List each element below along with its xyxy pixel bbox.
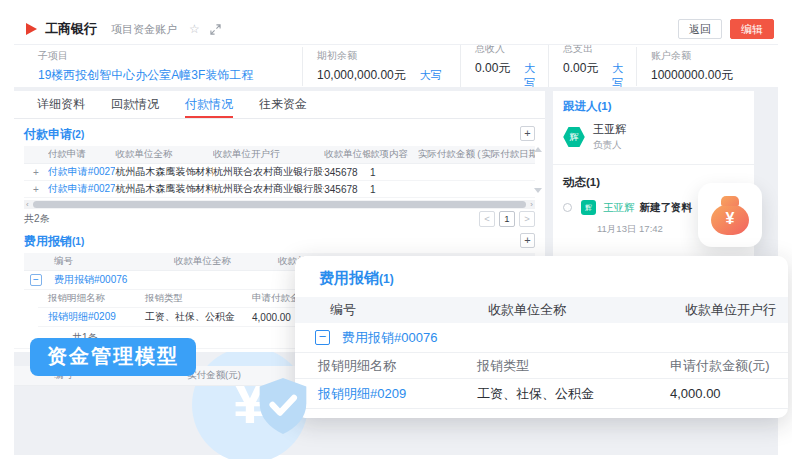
next-page-button[interactable]: > bbox=[519, 211, 535, 227]
add-payment-button[interactable]: + bbox=[520, 126, 535, 141]
scroll-left-icon[interactable]: ‹ bbox=[26, 200, 29, 209]
table-row: + 付款申请#00272 杭州晶木森鹰装饰材料有限公司 杭州联合农村商业银行股份… bbox=[24, 181, 535, 198]
followers-count: (1) bbox=[598, 100, 612, 112]
cell-account: 345678 bbox=[324, 167, 370, 178]
cell-company: 杭州晶木森鹰装饰材料有限公司 bbox=[115, 165, 212, 179]
expand-row-icon[interactable]: + bbox=[24, 167, 48, 178]
field-label: 总支出 bbox=[563, 45, 622, 56]
cell-type: 工资、社保、公积金 bbox=[477, 385, 670, 403]
cell-bank: 杭州联合农村商业银行股份有限公司半山支行 bbox=[213, 165, 324, 179]
avatar: 辉 bbox=[581, 200, 596, 215]
pagination: < 1 > bbox=[479, 211, 535, 227]
field-value: 10000000.00元 bbox=[651, 67, 733, 84]
table-row: + 付款申请#00274 杭州晶木森鹰装饰材料有限公司 杭州联合农村商业银行股份… bbox=[24, 164, 535, 181]
tab-bar: 详细资料 回款情况 付款情况 往来资金 bbox=[14, 91, 545, 119]
field-value: 0.00元 bbox=[563, 60, 598, 77]
breadcrumb: 项目资金账户 bbox=[111, 22, 177, 37]
collapse-row-icon[interactable]: − bbox=[315, 330, 330, 345]
divider bbox=[553, 164, 754, 165]
page-number[interactable]: 1 bbox=[499, 211, 515, 227]
payment-request-link[interactable]: 付款申请#00274 bbox=[48, 165, 116, 179]
expense-link[interactable]: 费用报销#00076 bbox=[54, 273, 127, 287]
model-label-badge: 资金管理模型 bbox=[30, 338, 196, 376]
activity-user: 王亚辉 bbox=[603, 201, 635, 215]
col-header: 报销类型 bbox=[477, 357, 670, 375]
cell-bank: 杭州联合农村商业银行股份有限公司半山支行 bbox=[213, 182, 324, 196]
payment-table-footer: 共2条 < 1 > bbox=[14, 209, 545, 229]
overlay-expense-row: − 费用报销#00076 bbox=[295, 323, 788, 353]
expense-section-header: 费用报销(1) + bbox=[14, 229, 545, 253]
col-header: 收款单位全称 bbox=[115, 148, 212, 161]
activity-action: 新建了资料 bbox=[640, 201, 693, 215]
brand-logo-icon bbox=[26, 23, 37, 35]
prev-page-button[interactable]: < bbox=[479, 211, 495, 227]
field-label: 期初余额 bbox=[317, 49, 446, 63]
field-account-balance: 账户余额 10000000.00元 bbox=[636, 47, 747, 86]
tab-details[interactable]: 详细资料 bbox=[37, 91, 85, 118]
payment-count: (2) bbox=[72, 129, 84, 140]
uppercase-link[interactable]: 大写 bbox=[612, 61, 623, 88]
field-label: 总收入 bbox=[475, 45, 534, 56]
moneybag-shortcut-card[interactable]: ¥ bbox=[698, 183, 762, 247]
moneybag-icon: ¥ bbox=[711, 204, 749, 235]
scrollbar-thumb[interactable] bbox=[33, 201, 526, 208]
tab-transactions[interactable]: 往来资金 bbox=[259, 91, 307, 118]
payment-request-link[interactable]: 付款申请#00272 bbox=[48, 182, 116, 196]
col-header: 实际付款金额 (元) bbox=[418, 148, 482, 161]
back-button[interactable]: 返回 bbox=[678, 19, 722, 39]
avatar: 辉 bbox=[563, 126, 585, 148]
uppercase-link[interactable]: 大写 bbox=[524, 61, 535, 88]
col-header: 收款单位全称 bbox=[174, 255, 278, 268]
field-total-income: 总收入 0.00元 大写 bbox=[460, 45, 548, 87]
subproject-link[interactable]: 19楼西投创智中心办公室A幢3F装饰工程 bbox=[38, 67, 253, 84]
follower-name: 王亚辉 bbox=[593, 122, 626, 137]
col-header: 编号 bbox=[24, 255, 174, 268]
col-header: 款项内容 bbox=[370, 148, 418, 161]
detail-link[interactable]: 报销明细#0209 bbox=[38, 310, 145, 324]
col-header: 付款申请 bbox=[48, 148, 116, 161]
col-header: 报销明细名称 bbox=[295, 357, 477, 375]
vertical-scrollbar[interactable] bbox=[534, 147, 542, 193]
overlay-detail-header: 报销明细名称 报销类型 申请付款金额(元) bbox=[295, 353, 788, 379]
col-header: 报销类型 bbox=[145, 292, 252, 305]
col-header: 报销明细名称 bbox=[38, 292, 145, 305]
overlay-title: 费用报销(1) bbox=[295, 256, 788, 297]
shield-check-icon bbox=[255, 375, 311, 441]
edit-button[interactable]: 编辑 bbox=[730, 19, 774, 39]
field-value: 10,000,000.00元 bbox=[317, 67, 406, 84]
fullscreen-icon[interactable] bbox=[210, 24, 221, 35]
detail-link[interactable]: 报销明细#0209 bbox=[295, 385, 477, 403]
expand-row-icon[interactable]: + bbox=[24, 184, 48, 195]
tab-collections[interactable]: 回款情况 bbox=[111, 91, 159, 118]
payment-section-title: 付款申请 bbox=[24, 127, 72, 141]
scroll-up-icon[interactable] bbox=[534, 147, 542, 152]
col-header: 收款单位开户行 bbox=[213, 148, 324, 161]
horizontal-scrollbar[interactable]: ‹ › bbox=[24, 200, 535, 209]
add-expense-button[interactable]: + bbox=[520, 233, 535, 248]
overlay-count: (1) bbox=[379, 272, 394, 286]
field-label: 子项目 bbox=[38, 49, 288, 63]
collapse-row-icon[interactable]: − bbox=[30, 274, 42, 286]
follower-item[interactable]: 辉 王亚辉 负责人 bbox=[553, 118, 754, 162]
scroll-down-icon[interactable] bbox=[534, 188, 542, 193]
record-title: 工商银行 bbox=[45, 20, 97, 38]
expense-section-title: 费用报销 bbox=[24, 234, 72, 248]
clock-icon bbox=[563, 203, 572, 212]
field-value: 0.00元 bbox=[475, 60, 510, 77]
tab-payments[interactable]: 付款情况 bbox=[185, 91, 233, 118]
col-header: 收款单位全称 bbox=[488, 301, 685, 319]
expense-count: (1) bbox=[72, 236, 84, 247]
cell-type: 工资、社保、公积金 bbox=[145, 310, 252, 324]
scroll-right-icon[interactable]: › bbox=[530, 200, 533, 209]
activity-count: (1) bbox=[586, 176, 600, 188]
favorite-star-icon[interactable]: ☆ bbox=[189, 22, 200, 36]
field-total-expense: 总支出 0.00元 大写 bbox=[548, 45, 636, 87]
expense-link[interactable]: 费用报销#00076 bbox=[342, 329, 437, 347]
cell-content: 1 bbox=[370, 167, 418, 178]
col-header: 编号 bbox=[295, 301, 488, 319]
payment-table-header: 付款申请 收款单位全称 收款单位开户行 收款单位银行帐号 款项内容 实际付款金额… bbox=[24, 146, 535, 164]
col-header: 收款单位银行帐号 bbox=[324, 148, 370, 161]
overlay-detail-row: 报销明细#0209 工资、社保、公积金 4,000.00 bbox=[295, 379, 788, 409]
uppercase-link[interactable]: 大写 bbox=[420, 68, 442, 83]
col-header: 实际付款日期 bbox=[481, 148, 535, 161]
